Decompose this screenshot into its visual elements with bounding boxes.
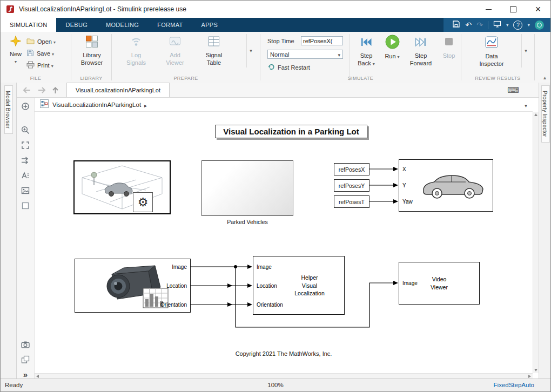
- pan-arrows-icon[interactable]: [17, 154, 34, 167]
- open-folder-icon: [26, 37, 35, 45]
- fast-restart-toggle[interactable]: Fast Restart: [267, 63, 310, 72]
- ribbon-tab-bar: SIMULATION DEBUG MODELING FORMAT APPS: [1, 18, 550, 32]
- run-icon: [385, 35, 400, 51]
- port-label-location: Location: [166, 283, 187, 289]
- keyboard-shortcuts-icon[interactable]: [507, 85, 519, 95]
- vertical-scrollbar[interactable]: [533, 112, 539, 373]
- parked-vehicles-label: Parked Vehicles: [201, 219, 293, 225]
- help-icon[interactable]: [513, 21, 522, 30]
- document-tab[interactable]: VisualLocalizationInAParkingLot: [66, 83, 170, 97]
- tab-debug[interactable]: DEBUG: [56, 18, 97, 32]
- fast-restart-icon: [267, 63, 275, 72]
- model-canvas[interactable]: Visual Localization in a Parking Lot: [35, 112, 533, 373]
- tab-apps[interactable]: APPS: [192, 18, 227, 32]
- helper-visual-localization-block[interactable]: Image Location Orientation Helper Visual…: [253, 256, 345, 315]
- prepare-gallery-expand-icon[interactable]: [246, 34, 255, 67]
- chevron-down-icon[interactable]: [506, 22, 509, 28]
- simulation-mode-select[interactable]: Normal: [267, 50, 343, 59]
- video-viewer-block[interactable]: Image Video Viewer: [399, 262, 480, 305]
- gear-icon[interactable]: [133, 192, 153, 212]
- port-label-location: Location: [257, 283, 277, 289]
- horizontal-scrollbar[interactable]: [35, 373, 533, 379]
- print-button[interactable]: Print: [26, 61, 53, 70]
- data-inspector-button[interactable]: Data Inspector: [475, 35, 508, 67]
- minimize-icon[interactable]: [476, 1, 501, 18]
- open-button[interactable]: Open: [26, 37, 56, 45]
- block-name: Video Viewer: [399, 275, 479, 291]
- scroll-up-icon[interactable]: [534, 113, 537, 116]
- redo-icon[interactable]: [476, 20, 483, 30]
- camera-block[interactable]: Image Location Orientation: [75, 259, 191, 313]
- divider: [488, 21, 488, 29]
- step-forward-button[interactable]: Step Forward: [407, 36, 435, 67]
- image-annotation-icon[interactable]: [17, 184, 34, 197]
- simulink-window: VisualLocalizationInAParkingLot - Simuli…: [0, 0, 551, 392]
- zoom-icon[interactable]: [17, 124, 34, 137]
- scene-config-block[interactable]: [73, 160, 171, 214]
- assistant-icon[interactable]: [535, 21, 544, 30]
- property-inspector-tab[interactable]: Property Inspector: [541, 85, 550, 143]
- save-button[interactable]: Save: [26, 49, 54, 58]
- forward-icon[interactable]: [37, 87, 46, 93]
- up-to-parent-icon[interactable]: [52, 86, 59, 94]
- title-bar: VisualLocalizationInAParkingLot - Simuli…: [1, 1, 550, 18]
- refposest-block[interactable]: refPosesT: [334, 195, 369, 208]
- breadcrumb-arrow-icon[interactable]: [141, 100, 147, 110]
- new-button[interactable]: New: [5, 35, 26, 65]
- stop-time-label: Stop Time: [267, 38, 294, 44]
- status-text: Ready: [5, 382, 23, 388]
- library-browser-icon: [85, 35, 98, 50]
- chevron-down-icon[interactable]: [527, 22, 530, 28]
- signal-table-icon: [207, 35, 220, 50]
- add-viewer-icon: [169, 35, 182, 50]
- new-model-icon: [10, 35, 22, 49]
- parking-lot-3d-icon: [75, 161, 170, 213]
- close-icon[interactable]: [526, 1, 550, 18]
- step-back-button[interactable]: Step Back: [354, 36, 379, 67]
- model-browser-tab[interactable]: Model Browser: [4, 85, 13, 134]
- viewmarks-icon[interactable]: [17, 353, 34, 366]
- breadcrumb-dropdown-icon[interactable]: [525, 100, 527, 110]
- refposesx-block[interactable]: refPosesX: [334, 163, 369, 175]
- annotation-icon[interactable]: [17, 169, 34, 182]
- library-browser-button[interactable]: Library Browser: [75, 35, 109, 66]
- maximize-icon[interactable]: [501, 1, 526, 18]
- add-viewer-button[interactable]: Add Viewer: [157, 35, 193, 66]
- printer-icon: [26, 61, 35, 70]
- divider: [111, 34, 112, 80]
- scroll-down-icon[interactable]: [534, 369, 537, 371]
- back-icon[interactable]: [23, 87, 31, 93]
- stop-time-input[interactable]: [301, 36, 343, 45]
- tab-format[interactable]: FORMAT: [148, 18, 192, 32]
- signal-table-button[interactable]: Signal Table: [196, 35, 232, 66]
- undo-icon[interactable]: [465, 20, 472, 30]
- screenshot-icon[interactable]: [493, 20, 501, 30]
- port-label-image: Image: [172, 265, 187, 270]
- zoom-level[interactable]: 100%: [267, 382, 283, 388]
- solver-link[interactable]: FixedStepAuto: [494, 382, 534, 388]
- save-icon[interactable]: [452, 20, 460, 30]
- fit-to-view-icon[interactable]: [17, 139, 34, 152]
- breadcrumb-model-name[interactable]: VisualLocalizationInAParkingLot: [52, 102, 141, 108]
- vehicle-body-block[interactable]: X Y Yaw: [399, 159, 493, 212]
- collapse-toolstrip-icon[interactable]: [543, 74, 546, 80]
- scroll-right-icon[interactable]: [528, 375, 531, 378]
- run-button[interactable]: Run: [381, 35, 404, 60]
- step-back-icon: [360, 36, 373, 51]
- model-title-annotation[interactable]: Visual Localization in a Parking Lot: [215, 125, 367, 138]
- copyright-annotation[interactable]: Copyright 2021 The MathWorks, Inc.: [35, 350, 533, 357]
- document-toolbar: VisualLocalizationInAParkingLot: [17, 83, 539, 98]
- divider: [534, 34, 535, 80]
- review-gallery-expand-icon[interactable]: [521, 34, 530, 67]
- screenshot-camera-icon[interactable]: [17, 338, 34, 351]
- refposesy-block[interactable]: refPosesY: [334, 179, 369, 192]
- tab-simulation[interactable]: SIMULATION: [1, 18, 56, 32]
- quick-access-toolbar: [444, 18, 550, 32]
- scroll-left-icon[interactable]: [36, 375, 39, 378]
- area-box-icon[interactable]: [17, 199, 34, 212]
- log-signals-button[interactable]: Log Signals: [118, 35, 154, 66]
- tab-modeling[interactable]: MODELING: [97, 18, 148, 32]
- stop-button[interactable]: Stop: [439, 35, 459, 60]
- smart-zoom-icon[interactable]: [17, 100, 34, 113]
- parked-vehicles-block[interactable]: [201, 160, 293, 216]
